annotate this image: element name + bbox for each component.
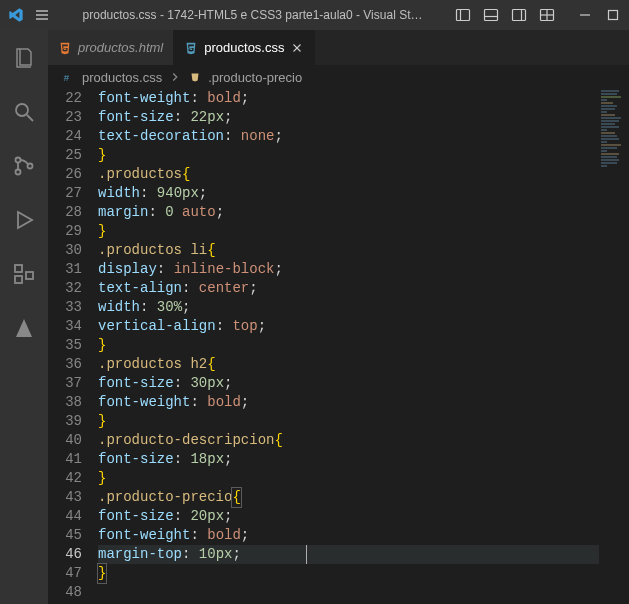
css-file-icon (184, 41, 198, 55)
line-number: 40 (48, 431, 82, 450)
code-line[interactable]: } (98, 564, 629, 583)
line-number: 31 (48, 260, 82, 279)
source-control-icon[interactable] (0, 146, 48, 186)
code-line[interactable]: .producto-precio{ (98, 488, 629, 507)
code-line[interactable]: font-size: 18px; (98, 450, 629, 469)
code-line[interactable]: } (98, 146, 629, 165)
minimap[interactable] (599, 89, 629, 604)
line-number: 26 (48, 165, 82, 184)
svg-rect-5 (485, 10, 498, 21)
code-content[interactable]: font-weight: bold; font-size: 22px; text… (98, 89, 629, 604)
chevron-right-icon (168, 70, 182, 84)
html-file-icon (58, 41, 72, 55)
line-number: 42 (48, 469, 82, 488)
tab-bar: productos.html productos.css (48, 30, 629, 65)
line-number: 30 (48, 241, 82, 260)
code-line[interactable]: width: 30%; (98, 298, 629, 317)
line-number: 37 (48, 374, 82, 393)
code-line[interactable]: .productos li{ (98, 241, 629, 260)
activity-bar (0, 30, 48, 604)
main-area: productos.html productos.css # productos… (0, 30, 629, 604)
layout-grid-icon[interactable] (539, 7, 555, 23)
code-line[interactable]: font-weight: bold; (98, 89, 629, 108)
svg-point-16 (16, 158, 21, 163)
svg-rect-22 (26, 272, 33, 279)
menu-icon[interactable] (34, 7, 50, 23)
code-line[interactable]: } (98, 469, 629, 488)
svg-text:#: # (64, 72, 70, 83)
title-bar-left (8, 7, 50, 23)
code-line[interactable]: font-weight: bold; (98, 393, 629, 412)
code-line[interactable]: margin: 0 auto; (98, 203, 629, 222)
breadcrumb-symbol: .producto-precio (208, 70, 302, 85)
line-number: 33 (48, 298, 82, 317)
code-line[interactable]: } (98, 412, 629, 431)
layout-bottom-icon[interactable] (483, 7, 499, 23)
svg-point-18 (28, 164, 33, 169)
code-line[interactable]: margin-top: 10px; (98, 545, 629, 564)
line-number: 28 (48, 203, 82, 222)
line-number: 25 (48, 146, 82, 165)
minimize-icon[interactable] (577, 7, 593, 23)
search-icon[interactable] (0, 92, 48, 132)
code-line[interactable]: width: 940px; (98, 184, 629, 203)
tab-label: productos.html (78, 40, 163, 55)
code-line[interactable]: display: inline-block; (98, 260, 629, 279)
explorer-icon[interactable] (0, 38, 48, 78)
line-number: 27 (48, 184, 82, 203)
css-file-icon: # (62, 70, 76, 84)
tab-label: productos.css (204, 40, 284, 55)
code-line[interactable]: .productos h2{ (98, 355, 629, 374)
svg-rect-13 (609, 11, 618, 20)
title-bar-right (455, 7, 621, 23)
svg-marker-19 (18, 212, 32, 228)
line-number: 34 (48, 317, 82, 336)
line-number: 43 (48, 488, 82, 507)
line-number: 24 (48, 127, 82, 146)
svg-rect-3 (457, 10, 470, 21)
vscode-logo-icon (8, 7, 24, 23)
close-icon[interactable] (290, 41, 304, 55)
code-line[interactable]: } (98, 336, 629, 355)
line-number: 48 (48, 583, 82, 602)
run-debug-icon[interactable] (0, 200, 48, 240)
line-number: 22 (48, 89, 82, 108)
css-rule-icon (188, 70, 202, 84)
breadcrumb[interactable]: # productos.css .producto-precio (48, 65, 629, 89)
code-line[interactable]: font-size: 30px; (98, 374, 629, 393)
line-number: 38 (48, 393, 82, 412)
line-number: 39 (48, 412, 82, 431)
code-line[interactable]: font-weight: bold; (98, 526, 629, 545)
svg-rect-20 (15, 265, 22, 272)
extensions-icon[interactable] (0, 254, 48, 294)
line-number: 45 (48, 526, 82, 545)
code-editor[interactable]: 2223242526272829303132333435363738394041… (48, 89, 629, 604)
line-number-gutter: 2223242526272829303132333435363738394041… (48, 89, 98, 604)
layout-right-icon[interactable] (511, 7, 527, 23)
line-number: 23 (48, 108, 82, 127)
tab-productos-css[interactable]: productos.css (174, 30, 315, 65)
code-line[interactable]: .productos{ (98, 165, 629, 184)
text-cursor (306, 545, 307, 564)
layout-left-icon[interactable] (455, 7, 471, 23)
line-number: 47 (48, 564, 82, 583)
code-line[interactable]: .producto-descripcion{ (98, 431, 629, 450)
line-number: 44 (48, 507, 82, 526)
window-title: productos.css - 1742-HTML5 e CSS3 parte1… (50, 8, 455, 22)
azure-icon[interactable] (0, 308, 48, 348)
code-line[interactable]: text-align: center; (98, 279, 629, 298)
code-line[interactable]: vertical-align: top; (98, 317, 629, 336)
breadcrumb-file: productos.css (82, 70, 162, 85)
svg-rect-21 (15, 276, 22, 283)
line-number: 36 (48, 355, 82, 374)
code-line[interactable]: font-size: 20px; (98, 507, 629, 526)
line-number: 29 (48, 222, 82, 241)
code-line[interactable]: font-size: 22px; (98, 108, 629, 127)
svg-point-14 (16, 104, 28, 116)
line-number: 41 (48, 450, 82, 469)
code-line[interactable] (98, 583, 629, 602)
tab-productos-html[interactable]: productos.html (48, 30, 174, 65)
code-line[interactable]: } (98, 222, 629, 241)
code-line[interactable]: text-decoration: none; (98, 127, 629, 146)
maximize-icon[interactable] (605, 7, 621, 23)
